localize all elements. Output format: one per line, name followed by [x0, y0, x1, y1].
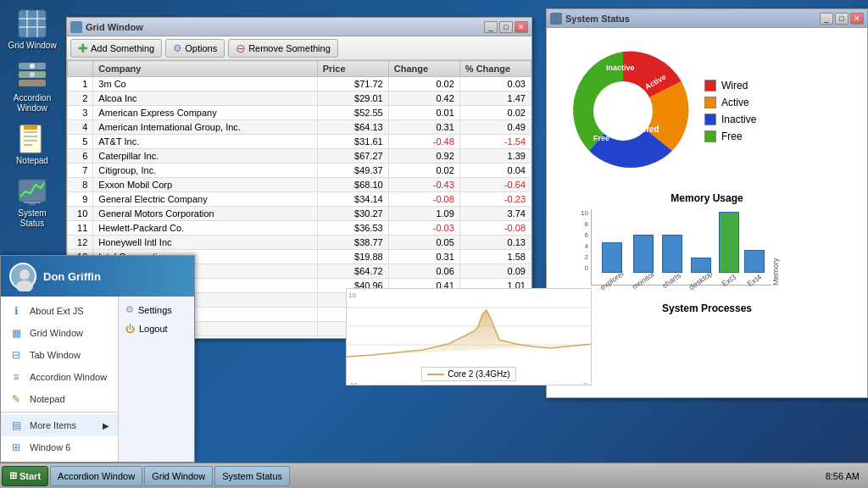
- table-row[interactable]: 1 3m Co $71.72 0.02 0.03: [68, 77, 531, 92]
- grid-close-btn[interactable]: ✕: [515, 21, 528, 33]
- legend-inactive: Inactive: [704, 114, 756, 125]
- remove-something-btn[interactable]: ⊖ Remove Something: [228, 39, 338, 58]
- grid-window-controls: _ □ ✕: [484, 21, 528, 33]
- col-header-change[interactable]: Change: [388, 61, 459, 77]
- col-header-company[interactable]: Company: [93, 61, 317, 77]
- menu-item-logout[interactable]: ⏻ Logout: [119, 319, 194, 338]
- menu-item-grid-window[interactable]: ▦ Grid Window: [1, 322, 118, 344]
- cell-change: 0.31: [388, 120, 459, 135]
- col-header-price[interactable]: Price: [317, 61, 388, 77]
- ss-maximize-btn[interactable]: □: [835, 13, 849, 25]
- cell-price: $38.77: [317, 236, 388, 250]
- cell-num: 10: [68, 207, 93, 221]
- desktop-icon-accordion[interactable]: Accordion Window: [7, 61, 58, 114]
- system-status-titlebar[interactable]: System Status _ □ ✕: [547, 9, 867, 28]
- ss-content-area: Active Inactive Wired Free Wired Active …: [547, 28, 867, 397]
- grid-titlebar[interactable]: Grid Window _ □ ✕: [67, 18, 531, 36]
- table-row[interactable]: 3 American Express Company $52.55 0.01 0…: [68, 106, 531, 120]
- menu-item-accordion[interactable]: ≡ Accordion Window: [1, 366, 118, 388]
- add-something-btn[interactable]: ✚ Add Something: [70, 39, 162, 58]
- start-menu-right-col: ⚙ Settings ⏻ Logout: [118, 297, 194, 462]
- svg-point-28: [19, 269, 30, 280]
- cell-price: $52.55: [317, 106, 388, 120]
- cell-num: 3: [68, 106, 93, 120]
- menu-item-more-items[interactable]: ▤ More Items ▶: [1, 414, 118, 436]
- cell-company: Exxon Mobil Corp: [93, 178, 317, 192]
- taskbar-accordion[interactable]: Accordion Window: [50, 466, 142, 486]
- remove-icon: ⊖: [236, 42, 246, 55]
- cell-num: 11: [68, 221, 93, 236]
- menu-item-tab-window[interactable]: ⊟ Tab Window: [1, 344, 118, 366]
- table-row[interactable]: 2 Alcoa Inc $29.01 0.42 1.47: [68, 92, 531, 106]
- cell-price: $36.53: [317, 221, 388, 236]
- cell-num: 4: [68, 120, 93, 135]
- donut-chart: Active Inactive Wired Free: [555, 43, 691, 179]
- cell-num: 5: [68, 135, 93, 149]
- cell-num: 2: [68, 92, 93, 106]
- cell-company: Citigroup, Inc.: [93, 164, 317, 178]
- cell-company: Hewlett-Packard Co.: [93, 221, 317, 236]
- start-menu-body: ℹ About Ext JS ▦ Grid Window ⊟ Tab Windo…: [1, 297, 194, 462]
- start-button[interactable]: ⊞ Start: [2, 466, 48, 486]
- taskbar-system-status[interactable]: System Status: [214, 466, 290, 486]
- cell-price: $64.13: [317, 120, 388, 135]
- table-row[interactable]: 9 General Electric Company $34.14 -0.08 …: [68, 192, 531, 207]
- cell-pctchange: -1.54: [459, 135, 531, 149]
- memory-title: Memory Usage: [555, 192, 859, 204]
- svg-text:Free: Free: [593, 134, 609, 142]
- grid-restore-btn[interactable]: □: [499, 21, 513, 33]
- menu-item-about[interactable]: ℹ About Ext JS: [1, 300, 118, 322]
- taskbar-grid[interactable]: Grid Window: [144, 466, 213, 486]
- cell-price: $30.27: [317, 207, 388, 221]
- options-icon: ⚙: [173, 42, 182, 54]
- table-row[interactable]: 11 Hewlett-Packard Co. $36.53 -0.03 -0.0…: [68, 221, 531, 236]
- menu-item-settings[interactable]: ⚙ Settings: [119, 300, 194, 319]
- cell-price: $49.37: [317, 164, 388, 178]
- menu-item-window6[interactable]: ⊞ Window 6: [1, 436, 118, 458]
- table-row[interactable]: 5 AT&T Inc. $31.61 -0.48 -1.54: [68, 135, 531, 149]
- bar-desktop: desktop: [687, 258, 715, 285]
- cell-change: 0.02: [388, 164, 459, 178]
- legend-active: Active: [704, 97, 756, 108]
- cpu-x-labels: 10 0: [347, 381, 591, 385]
- cell-change: 0.42: [388, 92, 459, 106]
- desktop-icon-notepad[interactable]: Notepad: [7, 124, 58, 166]
- table-row[interactable]: 12 Honeywell Intl Inc $38.77 0.05 0.13: [68, 236, 531, 250]
- legend-free: Free: [704, 130, 756, 142]
- bar-explorer: explorer: [598, 242, 626, 285]
- menu-item-notepad[interactable]: ✎ Notepad: [1, 388, 118, 410]
- svg-text:Wired: Wired: [636, 125, 659, 134]
- ss-minimize-btn[interactable]: _: [820, 13, 833, 25]
- cell-num: 8: [68, 178, 93, 192]
- grid-menu-icon: ▦: [9, 326, 23, 340]
- cell-change: -0.08: [388, 192, 459, 207]
- cell-price: $29.01: [317, 92, 388, 106]
- legend-color-active: [704, 97, 716, 108]
- options-btn[interactable]: ⚙ Options: [165, 39, 225, 58]
- col-header-num[interactable]: [68, 61, 93, 77]
- user-avatar-icon: [11, 264, 38, 291]
- cell-price: $34.14: [317, 192, 388, 207]
- start-menu-username: Don Griffin: [43, 270, 101, 283]
- desktop-icon-grid-window[interactable]: Grid Window: [7, 8, 58, 51]
- table-row[interactable]: 6 Caterpillar Inc. $67.27 0.92 1.39: [68, 149, 531, 164]
- cell-price: $31.61: [317, 135, 388, 149]
- grid-minimize-btn[interactable]: _: [484, 21, 498, 33]
- table-row[interactable]: 10 General Motors Corporation $30.27 1.0…: [68, 207, 531, 221]
- col-header-pctchange[interactable]: % Change: [459, 61, 531, 77]
- y-axis-title: Memory: [771, 226, 780, 286]
- ss-close-btn[interactable]: ✕: [850, 13, 864, 25]
- cpu-legend-line: [427, 374, 444, 375]
- bar-ext3-fill: [719, 212, 739, 273]
- table-row[interactable]: 7 Citigroup, Inc. $49.37 0.02 0.04: [68, 164, 531, 178]
- grid-title-icon: [70, 21, 82, 33]
- start-menu-divider: [1, 412, 118, 413]
- desktop-icon-system-status[interactable]: System Status: [7, 176, 58, 229]
- table-row[interactable]: 8 Exxon Mobil Corp $68.10 -0.43 -0.64: [68, 178, 531, 192]
- cell-pctchange: 0.02: [459, 106, 531, 120]
- logout-icon: ⏻: [125, 324, 135, 334]
- cell-change: 0.02: [388, 77, 459, 92]
- table-row[interactable]: 4 American International Group, Inc. $64…: [68, 120, 531, 135]
- cell-company: Honeywell Intl Inc: [93, 236, 317, 250]
- more-items-icon: ▤: [9, 419, 23, 432]
